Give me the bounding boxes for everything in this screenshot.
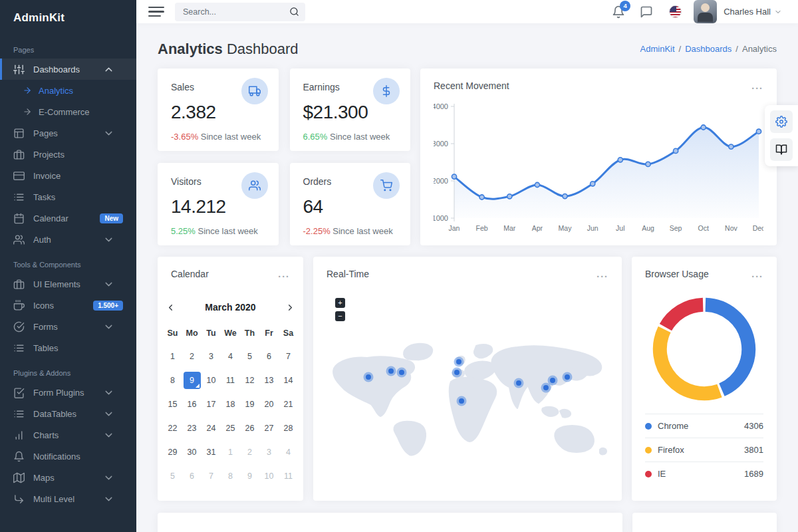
svg-text:2000: 2000 xyxy=(434,177,448,185)
sidebar-section-pages: Pages xyxy=(0,35,136,59)
map-zoom-out-button[interactable]: − xyxy=(335,311,345,321)
calendar-day[interactable]: 21 xyxy=(279,392,298,416)
breadcrumb-dashboards[interactable]: Dashboards xyxy=(685,44,732,54)
calendar-day[interactable]: 15 xyxy=(163,392,182,416)
brand-logo[interactable]: AdminKit xyxy=(0,0,136,35)
sidebar-item-icons[interactable]: Icons1.500+ xyxy=(0,295,136,316)
messages-button[interactable] xyxy=(640,5,653,19)
map-marker[interactable] xyxy=(364,372,374,382)
calendar-day[interactable]: 20 xyxy=(259,392,279,416)
calendar-day[interactable]: 31 xyxy=(201,440,221,464)
sidebar-item-form-plugins[interactable]: Form Plugins xyxy=(0,382,136,403)
search-icon[interactable] xyxy=(289,7,299,17)
calendar-day[interactable]: 7 xyxy=(279,344,298,368)
map-marker[interactable] xyxy=(454,357,464,367)
calendar-day[interactable]: 19 xyxy=(240,392,259,416)
sidebar-item-tables[interactable]: Tables xyxy=(0,337,136,358)
calendar-next-button[interactable] xyxy=(285,303,295,313)
sidebar-item-datatables[interactable]: DataTables xyxy=(0,403,136,424)
browser-usage-menu-button[interactable]: ... xyxy=(751,272,763,276)
sidebar-item-analytics[interactable]: Analytics xyxy=(0,80,136,101)
calendar-day[interactable]: 28 xyxy=(279,416,298,440)
map-marker[interactable] xyxy=(563,372,573,382)
sidebar-item-dashboards[interactable]: Dashboards xyxy=(0,59,136,80)
sidebar-item-multi-level[interactable]: Multi Level xyxy=(0,488,136,509)
user-menu[interactable]: Charles Hall xyxy=(724,7,782,17)
breadcrumb-adminkit[interactable]: AdminKit xyxy=(640,44,675,54)
calendar-day[interactable]: 12 xyxy=(240,368,259,392)
calendar-day[interactable]: 26 xyxy=(240,416,259,440)
calendar-day[interactable]: 22 xyxy=(163,416,182,440)
calendar-day[interactable]: 1 xyxy=(163,344,182,368)
stat-card-sales: Sales2.382-3.65% Since last week xyxy=(158,68,279,151)
calendar-day[interactable]: 25 xyxy=(221,416,240,440)
search-input[interactable] xyxy=(175,3,305,21)
legend-row-chrome: Chrome4306 xyxy=(645,414,763,438)
calendar-day[interactable]: 16 xyxy=(182,392,201,416)
calendar-day[interactable]: 8 xyxy=(221,464,240,488)
calendar-day[interactable]: 6 xyxy=(182,464,201,488)
calendar-day[interactable]: 2 xyxy=(240,440,259,464)
sidebar-item-forms[interactable]: Forms xyxy=(0,316,136,337)
calendar-day[interactable]: 3 xyxy=(259,440,279,464)
calendar-day[interactable]: 30 xyxy=(182,440,201,464)
sidebar-item-maps[interactable]: Maps xyxy=(0,467,136,488)
map-zoom-in-button[interactable]: + xyxy=(335,298,345,308)
calendar-day-header: Th xyxy=(240,322,259,344)
calendar-day[interactable]: 4 xyxy=(279,440,298,464)
calendar-prev-button[interactable] xyxy=(166,303,176,313)
calendar-day[interactable]: 10 xyxy=(201,368,221,392)
map-marker[interactable] xyxy=(452,368,462,378)
world-map[interactable] xyxy=(323,342,612,458)
calendar-day[interactable]: 14 xyxy=(279,368,298,392)
calendar-day[interactable]: 10 xyxy=(259,464,279,488)
map-marker[interactable] xyxy=(457,396,467,406)
chevron-down-icon xyxy=(103,408,114,420)
realtime-menu-button[interactable]: ... xyxy=(597,272,608,276)
sidebar-item-tasks[interactable]: Tasks xyxy=(0,186,136,207)
calendar-day[interactable]: 23 xyxy=(182,416,201,440)
calendar-day[interactable]: 8 xyxy=(163,368,182,392)
sidebar-item-ui-elements[interactable]: UI Elements xyxy=(0,273,136,295)
sidebar-item-invoice[interactable]: Invoice xyxy=(0,165,136,186)
notifications-button[interactable]: 4 xyxy=(612,5,625,19)
calendar-day[interactable]: 1 xyxy=(221,440,240,464)
docs-button[interactable] xyxy=(770,138,793,161)
calendar-day[interactable]: 6 xyxy=(259,344,279,368)
sidebar-section-plugins-addons: Plugins & Addons xyxy=(0,358,136,382)
calendar-day[interactable]: 5 xyxy=(163,464,182,488)
calendar-day[interactable]: 4 xyxy=(221,344,240,368)
calendar-menu-button[interactable]: ... xyxy=(278,272,290,276)
calendar-day[interactable]: 11 xyxy=(221,368,240,392)
map-marker[interactable] xyxy=(397,368,407,378)
calendar-day[interactable]: 9 xyxy=(240,464,259,488)
sidebar-item-charts[interactable]: Charts xyxy=(0,424,136,446)
sidebar-item-pages[interactable]: Pages xyxy=(0,122,136,144)
calendar-day[interactable]: 7 xyxy=(201,464,221,488)
sidebar-toggle-button[interactable] xyxy=(148,7,164,17)
sidebar-item-e-commerce[interactable]: E-Commerce xyxy=(0,101,136,122)
calendar-day[interactable]: 5 xyxy=(240,344,259,368)
stat-value: 14.212 xyxy=(171,196,265,217)
calendar-day[interactable]: 27 xyxy=(259,416,279,440)
map-marker[interactable] xyxy=(548,376,558,386)
calendar-day[interactable]: 3 xyxy=(201,344,221,368)
sidebar-item-projects[interactable]: Projects xyxy=(0,144,136,165)
sidebar-item-notifications[interactable]: Notifications xyxy=(0,446,136,467)
calendar-day-selected[interactable]: 9 xyxy=(182,368,201,392)
language-flag-us[interactable] xyxy=(669,5,682,18)
calendar-day[interactable]: 11 xyxy=(279,464,298,488)
sidebar-item-calendar[interactable]: CalendarNew xyxy=(0,207,136,229)
sidebar-item-auth[interactable]: Auth xyxy=(0,229,136,250)
avatar[interactable] xyxy=(694,0,717,23)
settings-button[interactable] xyxy=(770,110,793,133)
map-marker[interactable] xyxy=(514,378,524,388)
calendar-day[interactable]: 29 xyxy=(163,440,182,464)
calendar-day[interactable]: 13 xyxy=(259,368,279,392)
recent-movement-menu-button[interactable]: ... xyxy=(751,84,763,88)
calendar-day[interactable]: 24 xyxy=(201,416,221,440)
calendar-day[interactable]: 2 xyxy=(182,344,201,368)
calendar-day[interactable]: 18 xyxy=(221,392,240,416)
map-marker[interactable] xyxy=(386,366,396,376)
calendar-day[interactable]: 17 xyxy=(201,392,221,416)
